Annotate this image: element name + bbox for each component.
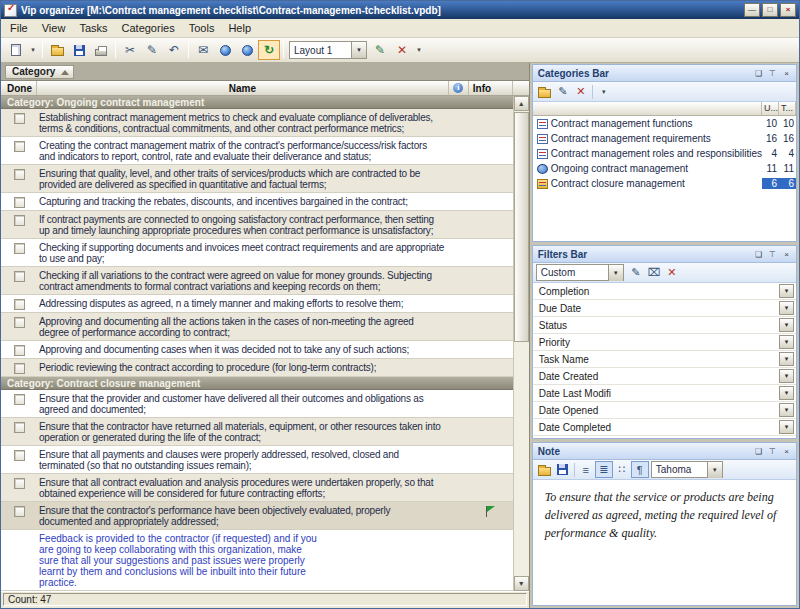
category-item[interactable]: Contract management functions1010 <box>533 116 796 131</box>
category-count-column-1[interactable]: U... <box>762 102 779 115</box>
align-left-button[interactable]: ≡ <box>577 461 595 478</box>
task-checkbox[interactable] <box>14 243 25 254</box>
column-header-info[interactable]: Info <box>469 81 513 95</box>
note-open-button[interactable] <box>536 461 554 478</box>
panel-maximize-icon[interactable]: ❏ <box>752 248 765 260</box>
edit-filter-button[interactable]: ✎ <box>627 264 645 281</box>
note-text[interactable]: To ensure that the service or products a… <box>533 480 796 605</box>
panel-close-icon[interactable]: × <box>780 445 793 457</box>
cut-button[interactable]: ✂ <box>119 40 141 60</box>
task-note-row[interactable]: Feedback is provided to the contractor (… <box>1 530 513 591</box>
category-band[interactable]: Category: Contract closure management <box>1 377 513 390</box>
scroll-track[interactable] <box>514 111 529 576</box>
minimize-button[interactable]: — <box>744 3 760 17</box>
filter-dropdown[interactable]: ▾ <box>779 335 794 349</box>
save-layout-button[interactable]: ✎ <box>369 40 391 60</box>
task-checkbox[interactable] <box>14 215 25 226</box>
chevron-down-icon[interactable]: ▾ <box>707 462 722 478</box>
layout-select[interactable]: Layout 1 ▾ <box>289 41 367 59</box>
save-button[interactable] <box>68 40 90 60</box>
menu-categories[interactable]: Categories <box>115 20 182 36</box>
panel-close-icon[interactable]: × <box>780 67 793 79</box>
task-checkbox[interactable] <box>14 169 25 180</box>
task-checkbox[interactable] <box>14 113 25 124</box>
menu-view[interactable]: View <box>35 20 73 36</box>
align-justify-button[interactable]: ≣ <box>595 461 613 478</box>
category-band[interactable]: Category: Ongoing contract management <box>1 96 513 109</box>
task-row[interactable]: Establishing contract management metrics… <box>1 109 513 137</box>
bullet-list-button[interactable]: ∷ <box>613 461 631 478</box>
filter-dropdown[interactable]: ▾ <box>779 403 794 417</box>
category-item[interactable]: Contract management roles and responsibi… <box>533 146 796 161</box>
filter-preset-select[interactable]: Custom ▾ <box>536 264 624 281</box>
task-row[interactable]: Ensure that the contractor have returned… <box>1 418 513 446</box>
globe-button[interactable] <box>214 40 236 60</box>
close-button[interactable]: × <box>780 3 796 17</box>
task-row[interactable]: Ensure that the provider and customer ha… <box>1 390 513 418</box>
filter-dropdown[interactable]: ▾ <box>779 301 794 315</box>
task-checkbox[interactable] <box>14 506 25 517</box>
filter-dropdown[interactable]: ▾ <box>779 369 794 383</box>
menu-help[interactable]: Help <box>221 20 258 36</box>
show-formatting-button[interactable]: ¶ <box>631 461 649 478</box>
print-button[interactable] <box>90 40 112 60</box>
menu-file[interactable]: File <box>3 20 35 36</box>
task-row[interactable]: Checking if all variations to the contra… <box>1 267 513 295</box>
task-row[interactable]: If contract payments are connected to on… <box>1 211 513 239</box>
scroll-down-button[interactable]: ▼ <box>514 576 529 591</box>
panel-maximize-icon[interactable]: ❏ <box>752 67 765 79</box>
categories-more-button[interactable]: ▾ <box>595 83 613 100</box>
new-task-button[interactable] <box>5 40 27 60</box>
clear-filter-button[interactable]: ⌧ <box>645 264 663 281</box>
filter-dropdown[interactable]: ▾ <box>779 284 794 298</box>
task-checkbox[interactable] <box>14 363 25 374</box>
task-row[interactable]: Capturing and tracking the rebates, disc… <box>1 193 513 211</box>
panel-pin-icon[interactable]: ⊤ <box>766 445 779 457</box>
task-checkbox[interactable] <box>14 478 25 489</box>
task-row[interactable]: Approving and documenting all the action… <box>1 313 513 341</box>
task-checkbox[interactable] <box>14 299 25 310</box>
group-by-category-chip[interactable]: Category <box>5 65 74 79</box>
delete-filter-button[interactable]: ✕ <box>663 264 681 281</box>
task-row[interactable]: Checking if supporting documents and inv… <box>1 239 513 267</box>
new-task-dropdown[interactable]: ▾ <box>27 40 39 60</box>
category-item[interactable]: Contract closure management66 <box>533 176 796 191</box>
task-row[interactable]: Periodic reviewing the contract accordin… <box>1 359 513 377</box>
delete-layout-button[interactable]: ✕ <box>391 40 413 60</box>
category-item[interactable]: Contract management requirements1616 <box>533 131 796 146</box>
task-checkbox[interactable] <box>14 271 25 282</box>
menu-tools[interactable]: Tools <box>182 20 222 36</box>
email-button[interactable]: ✉ <box>192 40 214 60</box>
category-name-column[interactable] <box>533 102 762 115</box>
filter-dropdown[interactable]: ▾ <box>779 386 794 400</box>
task-row[interactable]: Creating the contract management matrix … <box>1 137 513 165</box>
maximize-button[interactable]: □ <box>762 3 778 17</box>
task-checkbox[interactable] <box>14 450 25 461</box>
chevron-down-icon[interactable]: ▾ <box>608 265 623 281</box>
sync-button[interactable]: ↻ <box>258 40 280 60</box>
category-count-column-2[interactable]: T... <box>779 102 796 115</box>
column-header-done[interactable]: Done <box>1 81 37 95</box>
column-header-info-icon[interactable]: i <box>449 81 469 95</box>
edit-button[interactable]: ✎ <box>141 40 163 60</box>
layout-more-dropdown[interactable]: ▾ <box>413 40 425 60</box>
scroll-thumb[interactable] <box>514 112 529 342</box>
edit-category-button[interactable]: ✎ <box>554 83 572 100</box>
panel-maximize-icon[interactable]: ❏ <box>752 445 765 457</box>
font-select[interactable]: Tahoma ▾ <box>651 461 723 478</box>
task-checkbox[interactable] <box>14 141 25 152</box>
category-item[interactable]: Ongoing contract management1111 <box>533 161 796 176</box>
menu-tasks[interactable]: Tasks <box>72 20 114 36</box>
add-category-button[interactable] <box>536 83 554 100</box>
task-row[interactable]: Ensure that all payments and clauses wer… <box>1 446 513 474</box>
vertical-scrollbar[interactable]: ▲ ▼ <box>513 96 529 591</box>
task-row[interactable]: Approving and documenting cases when it … <box>1 341 513 359</box>
note-save-button[interactable] <box>554 461 572 478</box>
undo-button[interactable]: ↶ <box>163 40 185 60</box>
task-checkbox[interactable] <box>14 422 25 433</box>
filter-dropdown[interactable]: ▾ <box>779 352 794 366</box>
web-button[interactable] <box>236 40 258 60</box>
scroll-up-button[interactable]: ▲ <box>514 96 529 111</box>
panel-pin-icon[interactable]: ⊤ <box>766 248 779 260</box>
filter-dropdown[interactable]: ▾ <box>779 318 794 332</box>
